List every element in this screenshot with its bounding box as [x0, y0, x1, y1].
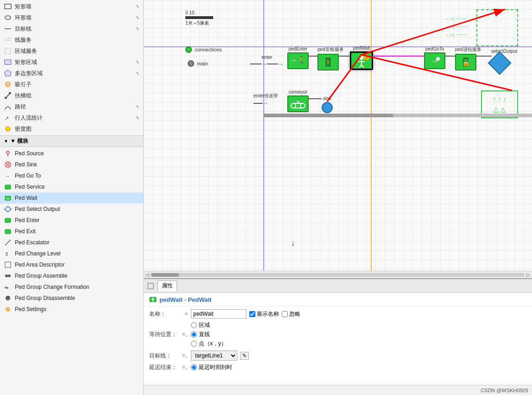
- dashed-rect: [476, 9, 518, 46]
- sidebar-item-pedestalator[interactable]: Ped Escalator: [0, 237, 143, 248]
- sidebar-item-pedsource[interactable]: Ped Source: [0, 148, 143, 159]
- edit-icon: ✎: [136, 15, 139, 20]
- prop-row-name: 名称： = 展示名称 忽略: [149, 309, 526, 319]
- selectoutput-module[interactable]: selectOutput: [491, 49, 517, 71]
- sidebar-item-rectwall[interactable]: 矩形墙 ✎: [0, 1, 143, 12]
- properties-tab[interactable]: 属性: [158, 280, 177, 291]
- pedwait-module[interactable]: pedWait ⏱: [350, 45, 373, 70]
- sidebar-item-path[interactable]: 路径 ✎: [0, 101, 143, 112]
- pedsecurity-module[interactable]: ped安检服务 🚶: [317, 46, 344, 70]
- conn-line-pink: [374, 56, 424, 57]
- radio-line[interactable]: 直线: [191, 331, 227, 338]
- radio-area-input[interactable]: [191, 322, 197, 328]
- targetline-edit-button[interactable]: ✎: [240, 352, 249, 360]
- edit-icon: ✎: [136, 104, 139, 109]
- svg-rect-30: [5, 262, 11, 268]
- conn-line-4: [476, 56, 492, 57]
- pedenter-module[interactable]: pedEnter →🚶: [287, 46, 309, 69]
- radio-delaytime-input[interactable]: [191, 364, 197, 370]
- sidebar-item-polyarea[interactable]: 多边形区域 ✎: [0, 68, 143, 79]
- sink-module[interactable]: sink: [322, 96, 333, 113]
- svg-marker-25: [5, 206, 11, 212]
- svg-point-44: [359, 55, 364, 60]
- sidebar-item-circlewall[interactable]: 环形墙 ✎: [0, 12, 143, 23]
- conveyor-module[interactable]: conveyor ⇆: [287, 89, 309, 112]
- module-section-header[interactable]: ▼ ▼ 模块: [0, 135, 143, 147]
- scrollbar-thumb-h[interactable]: [263, 114, 393, 117]
- edit-icon: ✎: [136, 115, 139, 121]
- show-name-check[interactable]: [249, 311, 255, 317]
- enter-label-area: enter → →: [250, 55, 284, 67]
- prop-label-name: 名称：: [149, 310, 182, 318]
- sidebar-item-targetline[interactable]: 目标线 ✎: [0, 23, 143, 34]
- radio-point-input[interactable]: [191, 341, 197, 347]
- svg-point-1: [5, 16, 11, 19]
- sidebar-item-pedservice[interactable]: Ped Service: [0, 181, 143, 192]
- radio-delaytime[interactable]: 延迟时间到时: [191, 363, 232, 371]
- svg-rect-67: [148, 283, 153, 289]
- sidebar-item-attractor[interactable]: 吸引子: [0, 79, 143, 90]
- properties-panel: 属性 pedWait - PedWait 名称： =: [144, 278, 532, 385]
- sidebar-item-pedflow[interactable]: ↗ 行人流统计 ✎: [0, 112, 143, 123]
- areaservice-icon: [4, 47, 12, 55]
- prop-control-targetline: targetLine1 ✎: [191, 350, 249, 361]
- scale-label: 0 10: [185, 10, 213, 15]
- radio-line-input[interactable]: [191, 331, 197, 338]
- connections-node: connections: [185, 46, 222, 53]
- pedservice-icon: [4, 183, 12, 191]
- sidebar-item-pedsink[interactable]: Ped Sink: [0, 159, 143, 170]
- pedgoto-module[interactable]: pedGoTo →: [424, 46, 445, 69]
- main-node: main: [188, 60, 208, 67]
- radio-point[interactable]: 点（x，y）: [191, 340, 227, 348]
- sidebar-item-pedaread[interactable]: Ped Area Descriptor: [0, 259, 143, 270]
- svg-text:⇆: ⇆: [297, 100, 300, 104]
- svg-rect-27: [5, 229, 11, 234]
- prop-control-waitpos: 区域 直线 点（x，y）: [191, 321, 227, 348]
- sidebar-item-densitymap[interactable]: 密度图: [0, 123, 143, 134]
- pedwait-icon: W: [4, 194, 12, 202]
- pedflow-icon: ↗: [4, 114, 12, 122]
- sidebar-item-pedexit[interactable]: Ped Exit: [0, 226, 143, 237]
- targetline-select[interactable]: targetLine1: [191, 350, 237, 361]
- sidebar-item-lineservice[interactable]: 线服务: [0, 34, 143, 45]
- sidebar-item-pedgroupassemble[interactable]: Ped Group Assemble: [0, 270, 143, 281]
- sidebar-item-areaservice[interactable]: 区域服务: [0, 45, 143, 57]
- connections-label: connections: [195, 47, 222, 52]
- densitymap-icon: [4, 125, 12, 133]
- circlewall-icon: [4, 13, 12, 22]
- sidebar-item-pedgroupchange[interactable]: ⇆ Ped Group Change Formation: [0, 281, 143, 293]
- svg-point-53: [436, 57, 440, 61]
- enter-conveyor-label: enter传送带 →: [253, 93, 278, 107]
- show-name-checkbox[interactable]: 展示名称: [249, 310, 279, 318]
- radio-area[interactable]: 区域: [191, 321, 227, 329]
- canvas-viewport[interactable]: 0 10 1米＝5像素 connections main: [144, 0, 532, 271]
- escalatorgroup-icon: [4, 91, 12, 100]
- name-input[interactable]: [191, 309, 247, 319]
- pedwait-title-icon: [149, 296, 157, 303]
- svg-text:⏱: ⏱: [365, 56, 368, 60]
- svg-point-31: [5, 274, 8, 277]
- waitpos-radio-group: 区域 直线 点（x，y）: [191, 321, 227, 348]
- conn-line-3: [445, 56, 456, 57]
- sidebar-item-pedsettings[interactable]: Ped Settings: [0, 304, 143, 315]
- prop-control-name: 展示名称 忽略: [191, 309, 300, 319]
- sidebar-item-pedgroupdisassemble[interactable]: ↔ Ped Group Disassemble: [0, 293, 143, 304]
- horizontal-scrollbar[interactable]: ◁ ▷: [144, 271, 532, 278]
- module-section: Ped Source Ped Sink → Ped Go To Ped Serv…: [0, 147, 143, 316]
- sidebar-item-rectarea[interactable]: 矩形区域 ✎: [0, 57, 143, 68]
- ignore-check[interactable]: [282, 311, 288, 317]
- sidebar-item-pedselectoutput[interactable]: Ped Select Output: [0, 204, 143, 215]
- scrollbar-track: [151, 273, 525, 277]
- sidebar-item-pedgoto[interactable]: → Ped Go To: [0, 170, 143, 181]
- scrollbar-thumb[interactable]: [151, 273, 179, 277]
- rectwall-icon: [4, 2, 12, 11]
- sidebar-item-pedchangelevel[interactable]: ⇕ Ped Change Level: [0, 248, 143, 259]
- scale-sub: 1米＝5像素: [185, 20, 213, 26]
- svg-point-37: [7, 308, 9, 310]
- sidebar-item-pedenter[interactable]: Ped Enter: [0, 215, 143, 226]
- pedsource-icon: [4, 149, 12, 158]
- sidebar-item-pedwait[interactable]: W Ped Wait: [0, 192, 143, 204]
- ignore-checkbox[interactable]: 忽略: [282, 310, 300, 318]
- pedzhan-module[interactable]: ped进站服务 🔒: [455, 46, 481, 70]
- sidebar-item-escalatorgroup[interactable]: 扶梯组: [0, 90, 143, 101]
